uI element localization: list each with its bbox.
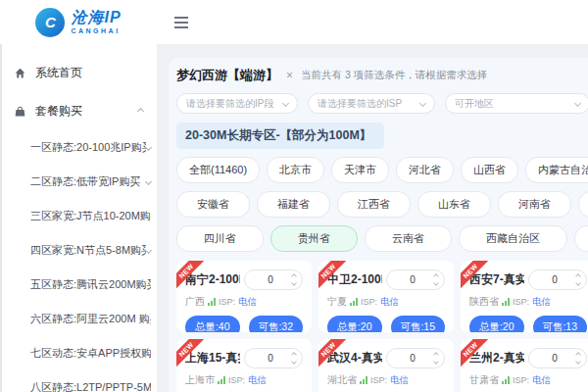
chevron-down-icon [145, 247, 152, 254]
region-filter-button[interactable]: 四川省 [176, 225, 264, 252]
product-name: 中卫2-100M [327, 271, 382, 288]
product-name: 南宁2-100M [185, 271, 240, 288]
sidebar-subitem[interactable]: 八区静态:L2TP/PPTP-5M购买 [0, 370, 157, 392]
region-filter-button[interactable]: 西藏自治区 [459, 225, 567, 252]
region-filter-button[interactable]: 河北省 [396, 157, 454, 183]
stepper-arrows [292, 274, 296, 285]
sidebar-item-label: 套餐购买 [35, 103, 129, 120]
isp-label: ISP: [361, 297, 377, 307]
product-name: 武汉4-真实100M [327, 350, 382, 367]
region-filter-button[interactable]: 江西省 [337, 191, 411, 218]
region-filter-button[interactable]: 山西省 [461, 157, 518, 183]
region-filter-button[interactable]: 内蒙古自治区 [525, 157, 588, 183]
quantity-input[interactable] [391, 274, 434, 285]
quantity-input[interactable] [391, 353, 434, 364]
region-filter-button[interactable]: 湖北省 [578, 191, 588, 218]
region-select[interactable]: 可开地区 [445, 93, 588, 114]
sidebar-subitem[interactable]: 四区家宽:N节点5-8M购买 [0, 233, 157, 268]
app-root: C 沧海IP CANGHAI 系统首页 套餐购买 一区静态:20-100兆IP购… [0, 0, 588, 392]
chevron-down-icon [145, 144, 152, 151]
top-bar: C 沧海IP CANGHAI [0, 0, 588, 44]
isp-value: 电信 [380, 296, 399, 309]
region-filter-button[interactable]: 安徽省 [176, 191, 250, 218]
signal-bars-icon [218, 376, 225, 384]
chevron-down-icon[interactable] [433, 359, 439, 365]
chevron-down-icon[interactable] [291, 359, 297, 365]
sidebar-subitem[interactable]: 三区家宽:J节点10-20M购买 [0, 199, 157, 233]
sidebar-item-packages[interactable]: 套餐购买 [0, 92, 157, 130]
region-filter-button[interactable]: 贵州省 [270, 225, 358, 252]
region-filter-button[interactable]: 陕西省 [574, 225, 588, 252]
brand-subtitle: CANGHAI [71, 27, 121, 34]
sidebar-subitem[interactable]: 六区静态:阿里云200M 购买 [0, 302, 157, 336]
province-label: 湖北省 [327, 373, 357, 387]
region-filter-button[interactable]: 山东省 [417, 191, 491, 218]
product-info-row: 湖北省 ISP: 电信 [327, 373, 445, 387]
sidebar-subitem[interactable]: 五区静态:腾讯云200M购买 [0, 268, 157, 302]
region-filter-button[interactable]: 天津市 [331, 157, 389, 183]
product-card: NEW 武汉4-真实100M [318, 339, 454, 392]
product-info-row: 甘肃省 ISP: 电信 [469, 373, 587, 387]
total-button[interactable]: 总量:20 [327, 316, 382, 332]
signal-bars-icon [350, 298, 358, 306]
quantity-input[interactable] [533, 274, 576, 285]
sidebar-item-label: 系统首页 [35, 65, 143, 81]
product-card: NEW 西安7-真实100M [461, 261, 588, 332]
available-button[interactable]: 可售:32 [249, 316, 304, 332]
product-info-row: 宁夏 ISP: 电信 [327, 295, 445, 309]
quantity-input[interactable] [249, 274, 292, 285]
available-button[interactable]: 可售:13 [533, 316, 588, 332]
brand-logo: C 沧海IP CANGHAI [0, 8, 157, 37]
stepper-arrows [576, 353, 580, 364]
chevron-up-icon [137, 108, 144, 115]
total-button[interactable]: 总量:20 [469, 316, 524, 332]
chevron-up-icon[interactable] [291, 352, 297, 358]
quantity-input[interactable] [533, 353, 576, 364]
product-buttons-row: 总量:20 可售:13 [469, 316, 587, 332]
isp-label: ISP: [513, 375, 529, 385]
isp-select[interactable]: 请选择要筛选的ISP [308, 93, 435, 114]
filter-panel: 梦幻西游【端游】 × 当前共有 3 项筛选条件，请根据需求选择 请选择要筛选的I… [169, 58, 588, 392]
isp-value: 电信 [248, 374, 267, 387]
chevron-up-icon[interactable] [575, 273, 581, 279]
chevron-up-icon[interactable] [575, 352, 581, 358]
isp-label: ISP: [513, 297, 529, 307]
chevron-up-icon[interactable] [433, 273, 439, 279]
filter-header: 梦幻西游【端游】 × 当前共有 3 项筛选条件，请根据需求选择 [176, 67, 588, 84]
region-filter-button[interactable]: 河南省 [498, 191, 571, 218]
quantity-stepper [528, 270, 587, 290]
province-label: 广西 [185, 295, 205, 309]
quantity-stepper [244, 348, 303, 368]
sidebar-subitem[interactable]: 一区静态:20-100兆IP购买 [0, 130, 157, 165]
chevron-down-icon [145, 178, 152, 185]
sidebar-scrollbar[interactable] [0, 44, 2, 392]
signal-bars-icon [360, 376, 368, 384]
chevron-up-icon[interactable] [291, 273, 297, 279]
chevron-down-icon[interactable] [575, 280, 581, 286]
menu-toggle-icon[interactable] [174, 17, 188, 28]
chevron-up-icon[interactable] [433, 352, 439, 358]
sidebar-subitem-label: 四区家宽:N节点5-8M购买 [30, 243, 146, 258]
quantity-stepper [386, 348, 445, 368]
region-filter-button[interactable]: 全部(11460) [176, 157, 260, 183]
quantity-stepper [244, 270, 303, 290]
product-name: 西安7-真实100M [469, 271, 524, 288]
sidebar-subitem[interactable]: 二区静态:低带宽IP购买 [0, 165, 157, 199]
chevron-down-icon[interactable] [433, 280, 439, 286]
region-filter-button[interactable]: 福建省 [257, 191, 330, 218]
region-filter-button[interactable]: 北京市 [267, 157, 324, 183]
sidebar-subitem-label: 一区静态:20-100兆IP购买 [30, 140, 146, 155]
available-button[interactable]: 可售:15 [391, 316, 446, 332]
total-button[interactable]: 总量:40 [185, 316, 240, 332]
sidebar-subitem[interactable]: 七区动态:安卓APP授权购买 [0, 336, 157, 370]
chevron-down-icon[interactable] [291, 280, 297, 286]
product-name: 上海15-真实100M [185, 350, 240, 367]
product-info-row: 陕西省 ISP: 电信 [469, 295, 587, 309]
product-card: NEW 中卫2-100M 宁 [318, 261, 454, 332]
region-filter-button[interactable]: 云南省 [365, 225, 452, 252]
ip-range-select[interactable]: 请选择要筛选的IP段 [176, 93, 298, 114]
close-icon[interactable]: × [286, 70, 293, 81]
quantity-input[interactable] [249, 353, 292, 364]
chevron-down-icon[interactable] [575, 359, 581, 365]
sidebar-item-home[interactable]: 系统首页 [0, 54, 157, 92]
